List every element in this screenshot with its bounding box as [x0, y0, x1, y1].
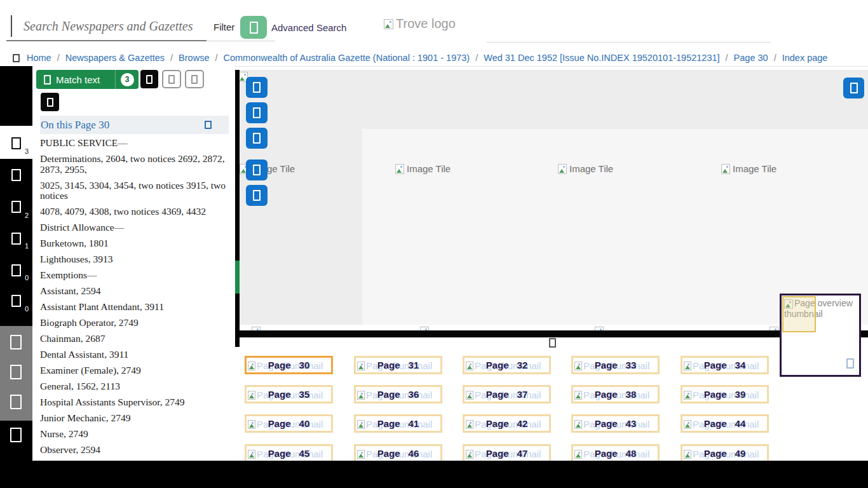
fullscreen-button[interactable] — [843, 78, 864, 98]
index-entry[interactable]: District Allowance— — [40, 222, 231, 233]
sidebar-download-icon[interactable] — [10, 365, 22, 379]
index-entry[interactable]: Hospital Assistants Supervisor, 2749 — [40, 397, 231, 408]
page-thumbnail[interactable]: Page thumbnail Page42 — [463, 414, 551, 433]
search-underline — [6, 40, 207, 41]
index-entry[interactable]: Chainman, 2687 — [40, 334, 231, 344]
sidebar-lists-icon[interactable] — [11, 264, 21, 276]
sidebar-tags-icon[interactable] — [11, 201, 21, 213]
panel-dark-button[interactable] — [140, 70, 158, 88]
sidebar-print-icon[interactable] — [10, 395, 22, 409]
index-entry[interactable]: PUBLIC SERVICE— — [40, 138, 231, 149]
strip-resize-bar[interactable] — [240, 330, 868, 337]
overview-viewport-box[interactable] — [782, 296, 816, 332]
search-toggle-button[interactable] — [240, 16, 267, 39]
page-overview-panel: Page overview thumbnail — [780, 294, 861, 377]
sidebar-badge: 3 — [25, 148, 29, 155]
breadcrumb-home[interactable]: Home — [27, 53, 51, 63]
page-thumbnail[interactable]: Page thumbnail Page39 — [681, 385, 769, 403]
breadcrumb-title[interactable]: Commonwealth of Australia Gazette (Natio… — [224, 53, 470, 63]
page-thumbnail-label: Page47 — [465, 446, 549, 461]
panel-dark-button-icon — [146, 75, 153, 84]
overview-toggle-button[interactable] — [246, 185, 268, 206]
sidebar-help-icon[interactable] — [10, 428, 22, 442]
page-thumbnail-label: Page45 — [247, 446, 331, 461]
page-thumbnail[interactable]: Page thumbnail Page49 — [681, 444, 769, 463]
breadcrumb-page[interactable]: Page 30 — [734, 53, 768, 63]
zoom-in-button[interactable] — [246, 77, 268, 98]
divider-drag-handle[interactable] — [235, 261, 240, 294]
index-entry[interactable]: Nurse, 2749 — [40, 429, 231, 440]
search-input[interactable] — [11, 15, 214, 37]
advanced-search-link[interactable]: Advanced Search — [271, 22, 346, 33]
page-thumbnail[interactable]: Page thumbnail Page38 — [571, 385, 660, 403]
rotate-button[interactable] — [246, 159, 268, 180]
sidebar-comments-icon[interactable] — [11, 233, 21, 245]
filter-link[interactable]: Filter — [214, 22, 234, 32]
index-entry[interactable]: Observer, 2594 — [40, 445, 231, 456]
index-entry[interactable]: General, 1562, 2113 — [40, 381, 231, 392]
index-entry-list: PUBLIC SERVICE— Determinations, 2604, tw… — [40, 138, 231, 459]
match-text-icon — [44, 75, 51, 85]
page-thumbnail[interactable]: Page thumbnail Page36 — [354, 385, 442, 403]
sidebar-notes-icon[interactable] — [11, 295, 21, 307]
strip-resize-handle-icon[interactable] — [549, 338, 556, 348]
panel-cite-button[interactable] — [41, 93, 59, 111]
index-entry[interactable]: Burketown, 1801 — [40, 238, 231, 249]
index-entry[interactable]: Assistant Plant Attendant, 3911 — [40, 302, 231, 313]
breadcrumb-issue[interactable]: Wed 31 Dec 1952 [Issue No.INDEX 19520101… — [484, 53, 719, 63]
page-thumbnail[interactable]: Page thumbnail Page44 — [681, 414, 769, 433]
page-thumbnail[interactable]: Page thumbnail Page34 — [681, 356, 769, 374]
breadcrumb-index-page[interactable]: Index page — [782, 53, 828, 63]
panel-resize-divider[interactable] — [235, 70, 240, 347]
index-entry[interactable]: Dental Assistant, 3911 — [40, 349, 231, 360]
index-entry[interactable]: Biograph Operator, 2749 — [40, 318, 231, 329]
index-entry[interactable]: Lighthouses, 3913 — [40, 254, 231, 265]
trove-logo[interactable]: Trove logo — [384, 17, 456, 31]
zoom-out-icon — [253, 107, 261, 118]
page-thumbnail[interactable]: Page thumbnail Page32 — [463, 356, 551, 374]
page-thumbnail[interactable]: Page thumbnail Page35 — [245, 385, 333, 403]
page-thumbnail[interactable]: Page thumbnail Page46 — [354, 444, 442, 463]
page-thumbnail[interactable]: Page thumbnail Page47 — [463, 444, 551, 463]
sidebar-tool-icon[interactable] — [11, 169, 21, 181]
sidebar-text-corrections-icon[interactable] — [11, 137, 21, 149]
fit-page-button[interactable] — [246, 128, 268, 149]
match-text-button[interactable]: Match text 3 — [36, 70, 139, 89]
page-thumbnail[interactable]: Page thumbnail Page37 — [463, 385, 551, 403]
page-thumbnail-label: Page48 — [573, 446, 658, 461]
page-thumbnail[interactable]: Page thumbnail Page41 — [354, 414, 442, 433]
sidebar-share-icon[interactable] — [10, 335, 22, 349]
breadcrumb-browse[interactable]: Browse — [179, 53, 209, 63]
index-entry[interactable]: Determinations, 2604, two notices 2692, … — [40, 154, 231, 175]
index-entry[interactable]: Examiner (Female), 2749 — [40, 365, 231, 376]
page-thumbnail[interactable]: Page thumbnail Page33 — [571, 356, 660, 374]
index-entry[interactable]: Junior Mechanic, 2749 — [40, 413, 231, 424]
breadcrumb-separator: / — [774, 53, 776, 63]
index-entry[interactable]: 3025, 3145, 3304, 3454, two notices 3915… — [40, 180, 231, 201]
overview-toggle-icon — [253, 190, 261, 201]
on-this-page-title: On this Page 30 — [40, 119, 109, 132]
match-count-badge: 3 — [121, 73, 134, 86]
page-thumbnail[interactable]: Page thumbnail Page43 — [571, 414, 660, 433]
home-icon — [13, 54, 20, 62]
collapse-section-icon[interactable] — [205, 121, 212, 129]
index-entry[interactable]: 4078, 4079, 4308, two notices 4369, 4432 — [40, 207, 231, 217]
breadcrumb-separator: / — [57, 53, 60, 63]
page-thumbnail[interactable]: Page thumbnail Page30 — [245, 356, 333, 374]
breadcrumb-newspapers[interactable]: Newspapers & Gazettes — [65, 53, 165, 63]
sidebar-badge: 0 — [25, 306, 29, 313]
match-text-label: Match text — [56, 74, 100, 85]
panel-prev-button[interactable] — [162, 70, 181, 88]
page-thumbnail[interactable]: Page thumbnail Page45 — [245, 444, 333, 463]
page-thumbnail[interactable]: Page thumbnail Page48 — [571, 444, 660, 463]
toggle-glyph-icon — [250, 22, 258, 34]
panel-next-button[interactable] — [185, 70, 204, 88]
image-tile-placeholder: Image Tile — [395, 163, 451, 174]
zoom-out-button[interactable] — [246, 102, 268, 123]
page-thumbnail[interactable]: Page thumbnail Page40 — [245, 414, 333, 433]
image-tile-alt-text: Image Tile — [733, 163, 776, 174]
page-thumbnail[interactable]: Page thumbnail Page31 — [354, 356, 442, 374]
index-entry[interactable]: Exemptions— — [40, 270, 231, 281]
overview-resize-icon[interactable] — [846, 358, 854, 369]
index-entry[interactable]: Assistant, 2594 — [40, 286, 231, 297]
